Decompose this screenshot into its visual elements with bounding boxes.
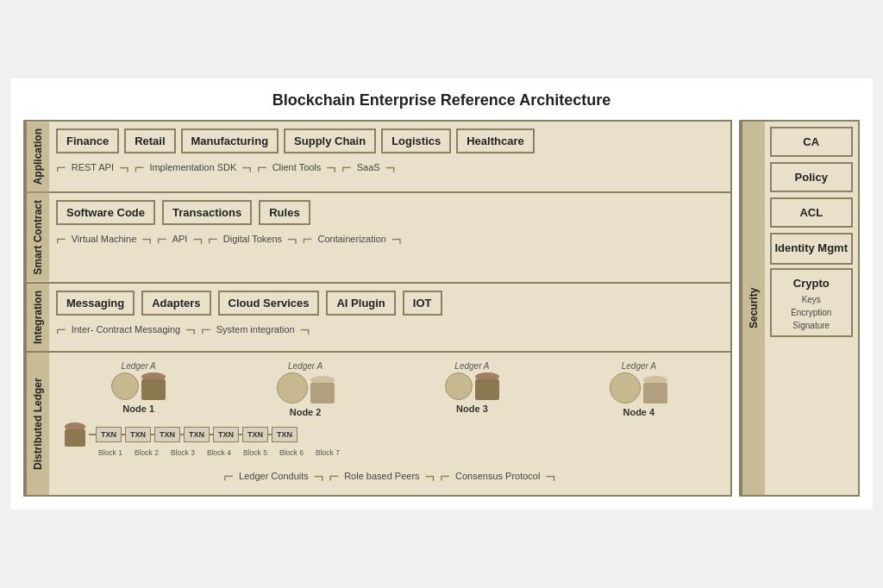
crypto-keys: Keys — [775, 293, 849, 306]
sc-rules: Rules — [259, 200, 310, 225]
app-logistics: Logistics — [381, 128, 451, 153]
node1-icons — [111, 372, 166, 400]
int-row1: Messaging Adapters Cloud Services AI Plu… — [56, 291, 723, 316]
curly-sysintegration: ⌐ System integration ¬ — [201, 321, 310, 338]
security-wrapper: Security CA Policy ACL Identity Mgmt Cry… — [739, 120, 861, 497]
application-content: Finance Retail Manufacturing Supply Chai… — [49, 122, 730, 191]
ledgerconduits-label: Ledger Conduits — [235, 471, 312, 481]
security-ca: CA — [770, 127, 854, 157]
txn-1: TXN — [96, 427, 122, 442]
chain-db-body — [65, 429, 85, 447]
node1-circle-group — [111, 372, 139, 400]
txn-6: TXN — [242, 427, 268, 442]
consensusprotocol-label: Consensus Protocol — [452, 471, 543, 481]
brace-right-5: ¬ — [141, 230, 152, 247]
node3-ledger: Ledger A — [454, 361, 489, 371]
block7-label: Block 7 — [310, 448, 346, 457]
intercontract-label: Inter- Contract Messaging — [68, 324, 185, 335]
brace-left-13: ⌐ — [440, 467, 450, 485]
brace-right-1: ¬ — [119, 159, 129, 176]
block6-label: Block 6 — [273, 448, 310, 457]
curly-api: ⌐ API ¬ — [157, 230, 203, 247]
node4-container: Ledger A Node 4 — [610, 361, 667, 417]
curly-clienttools: ⌐ Client Tools ¬ — [257, 159, 336, 176]
brace-right-2: ¬ — [241, 159, 252, 176]
security-identity: Identity Mgmt — [770, 233, 854, 265]
brace-right-8: ¬ — [391, 230, 402, 247]
txn-5: TXN — [213, 427, 239, 442]
node4-circle — [610, 372, 641, 403]
node3-name: Node 3 — [456, 403, 488, 414]
smartcontract-content: Software Code Transactions Rules ⌐ Virtu… — [49, 193, 730, 282]
block2-label: Block 2 — [128, 448, 165, 457]
curly-containerization: ⌐ Containerization ¬ — [303, 230, 402, 247]
int-row2: ⌐ Inter- Contract Messaging ¬ ⌐ System i… — [56, 321, 723, 338]
brace-left-11: ⌐ — [223, 467, 234, 485]
brace-left-12: ⌐ — [329, 467, 339, 485]
curly-restapi: ⌐ REST API ¬ — [56, 159, 129, 176]
txn-chain: TXN TXN TXN TXN TXN TXN TXN — [65, 422, 723, 447]
brace-right-12: ¬ — [425, 467, 435, 485]
containerization-label: Containerization — [314, 234, 390, 244]
brace-left-9: ⌐ — [56, 321, 66, 338]
curly-consensusprotocol: ⌐ Consensus Protocol ¬ — [440, 467, 555, 485]
smartcontract-layer: Smart Contract Software Code Transaction… — [25, 193, 730, 284]
node3-container: Ledger A Node 3 — [445, 361, 499, 414]
crypto-section: Crypto Keys Encryption Signature — [770, 268, 854, 337]
vm-label: Virtual Machine — [68, 234, 141, 244]
int-adapters: Adapters — [141, 291, 210, 316]
curly-vm: ⌐ Virtual Machine ¬ — [56, 230, 152, 247]
sysintegration-label: System integration — [213, 323, 298, 335]
node3-db-body — [475, 379, 499, 400]
distributed-ledger-layer: Distributed Ledger Ledger A — [25, 353, 730, 495]
node1-container: Ledger A Node 1 — [111, 361, 166, 414]
left-section: Application Finance Retail Manufacturing… — [23, 120, 732, 497]
brace-right-4: ¬ — [385, 159, 396, 176]
brace-left-10: ⌐ — [201, 321, 211, 338]
node2-container: Ledger A Node 2 — [277, 361, 335, 417]
node4-db-body — [643, 383, 667, 403]
node2-db — [310, 376, 335, 403]
block5-label: Block 5 — [237, 448, 273, 457]
node2-circle — [277, 372, 308, 403]
txn-7: TXN — [272, 427, 297, 442]
crypto-title: Crypto — [775, 273, 849, 293]
node1-name: Node 1 — [122, 403, 154, 414]
sc-softwarecode: Software Code — [56, 200, 155, 225]
sc-row1: Software Code Transactions Rules — [56, 200, 723, 225]
block3-label: Block 3 — [165, 448, 201, 457]
block4-label: Block 4 — [201, 448, 237, 457]
brace-left-3: ⌐ — [257, 159, 267, 176]
txn-4: TXN — [184, 427, 210, 442]
int-messaging: Messaging — [56, 291, 135, 316]
brace-left-2: ⌐ — [135, 159, 145, 176]
block-labels-row: Block 1 Block 2 Block 3 Block 4 Block 5 … — [92, 448, 723, 457]
txn-connector-start — [89, 434, 96, 435]
brace-right-6: ¬ — [192, 230, 203, 247]
brace-right-11: ¬ — [314, 467, 324, 485]
node4-ledger: Ledger A — [622, 361, 656, 371]
security-acl: ACL — [770, 197, 854, 228]
node2-circle-group — [277, 372, 308, 403]
block1-label: Block 1 — [92, 448, 128, 457]
security-spacer — [765, 337, 859, 495]
brace-left-7: ⌐ — [208, 230, 218, 247]
node3-icons — [445, 372, 499, 400]
sc-transactions: Transactions — [162, 200, 252, 225]
curly-ledgerconduits: ⌐ Ledger Conduits ¬ — [223, 467, 323, 485]
application-row1: Finance Retail Manufacturing Supply Chai… — [56, 128, 723, 153]
brace-left-8: ⌐ — [303, 230, 313, 247]
dl-bottom-row: ⌐ Ledger Conduits ¬ ⌐ Role based Peers ¬… — [56, 464, 723, 488]
brace-right-3: ¬ — [326, 159, 336, 176]
app-retail: Retail — [124, 128, 175, 153]
brace-right-7: ¬ — [287, 230, 297, 247]
smartcontract-label: Smart Contract — [25, 193, 49, 282]
curly-rolebasedpeers: ⌐ Role based Peers ¬ — [329, 467, 435, 485]
crypto-signature: Signature — [775, 319, 849, 332]
node4-db — [643, 376, 667, 403]
brace-right-13: ¬ — [545, 467, 555, 485]
page-title: Blockchain Enterprise Reference Architec… — [23, 91, 860, 109]
app-manufacturing: Manufacturing — [181, 128, 279, 153]
node2-db-body — [310, 383, 335, 403]
node1-db-body — [141, 379, 166, 400]
